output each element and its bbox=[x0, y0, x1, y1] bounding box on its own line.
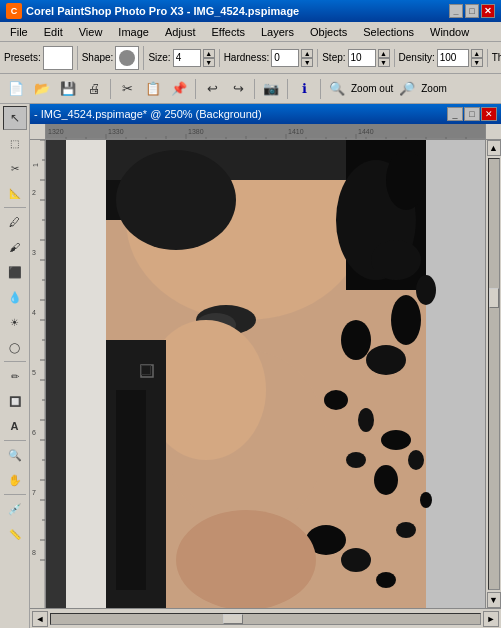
step-up[interactable]: ▲ bbox=[378, 49, 390, 58]
menu-effects[interactable]: Effects bbox=[204, 22, 253, 42]
menu-edit[interactable]: Edit bbox=[36, 22, 71, 42]
redo-button[interactable]: ↪ bbox=[226, 77, 250, 101]
tool-selection-rect[interactable]: ⬚ bbox=[3, 131, 27, 155]
img-close-button[interactable]: ✕ bbox=[481, 107, 497, 121]
tool-select[interactable]: ↖ bbox=[3, 106, 27, 130]
tool-straighten[interactable]: 📐 bbox=[3, 181, 27, 205]
svg-text:2: 2 bbox=[32, 189, 36, 196]
menu-selections[interactable]: Selections bbox=[355, 22, 422, 42]
size-group: Size: ▲ ▼ bbox=[148, 49, 219, 67]
menu-layers[interactable]: Layers bbox=[253, 22, 302, 42]
close-button[interactable]: ✕ bbox=[481, 4, 495, 18]
tool-crop[interactable]: ✂ bbox=[3, 156, 27, 180]
info-button[interactable]: ℹ bbox=[292, 77, 316, 101]
zoom-in-button[interactable]: 🔎 bbox=[395, 77, 419, 101]
step-down[interactable]: ▼ bbox=[378, 58, 390, 67]
menu-objects[interactable]: Objects bbox=[302, 22, 355, 42]
tool-clone[interactable]: 🖌 bbox=[3, 235, 27, 259]
tool-separator1 bbox=[4, 207, 26, 208]
img-maximize-button[interactable]: □ bbox=[464, 107, 480, 121]
title-bar-controls: _ □ ✕ bbox=[449, 4, 495, 18]
canvas-area: 1320 1330 1380 1410 1440 bbox=[30, 124, 501, 608]
menu-file[interactable]: File bbox=[2, 22, 36, 42]
new-button[interactable]: 📄 bbox=[4, 77, 28, 101]
thickness-label: Thickness: bbox=[492, 52, 501, 63]
hardness-spinner[interactable]: ▲ ▼ bbox=[301, 49, 313, 67]
shape-preview[interactable] bbox=[115, 46, 139, 70]
density-label: Density: bbox=[399, 52, 435, 63]
density-spinner[interactable]: ▲ ▼ bbox=[471, 49, 483, 67]
density-group: Density: ▲ ▼ bbox=[399, 49, 488, 67]
svg-text:1: 1 bbox=[32, 163, 39, 167]
svg-text:1410: 1410 bbox=[288, 128, 304, 135]
menu-view[interactable]: View bbox=[71, 22, 111, 42]
scroll-up-button[interactable]: ▲ bbox=[487, 140, 501, 156]
tool-color-picker[interactable]: 💉 bbox=[3, 497, 27, 521]
img-minimize-button[interactable]: _ bbox=[447, 107, 463, 121]
separator1 bbox=[110, 79, 111, 99]
tool-dodge[interactable]: ☀ bbox=[3, 310, 27, 334]
svg-text:3: 3 bbox=[32, 249, 36, 256]
density-down[interactable]: ▼ bbox=[471, 58, 483, 67]
copy-button[interactable]: 📋 bbox=[141, 77, 165, 101]
cut-button[interactable]: ✂ bbox=[115, 77, 139, 101]
hardness-down[interactable]: ▼ bbox=[301, 58, 313, 67]
ruler-corner bbox=[30, 124, 46, 140]
tool-paint[interactable]: 🖊 bbox=[3, 210, 27, 234]
menu-adjust[interactable]: Adjust bbox=[157, 22, 204, 42]
scroll-track-vertical[interactable] bbox=[488, 158, 500, 590]
menu-image[interactable]: Image bbox=[110, 22, 157, 42]
tool-shape[interactable]: 🔲 bbox=[3, 389, 27, 413]
density-up[interactable]: ▲ bbox=[471, 49, 483, 58]
tool-separator3 bbox=[4, 440, 26, 441]
scroll-right-button[interactable]: ► bbox=[483, 611, 499, 627]
svg-point-78 bbox=[358, 408, 374, 432]
tool-pan[interactable]: ✋ bbox=[3, 468, 27, 492]
tool-eraser[interactable]: ⬛ bbox=[3, 260, 27, 284]
svg-point-76 bbox=[416, 275, 436, 305]
zoom-out-button[interactable]: 🔍 bbox=[325, 77, 349, 101]
size-input[interactable] bbox=[173, 49, 201, 67]
hardness-up[interactable]: ▲ bbox=[301, 49, 313, 58]
separator5 bbox=[320, 79, 321, 99]
open-button[interactable]: 📂 bbox=[30, 77, 54, 101]
capture-button[interactable]: 📷 bbox=[259, 77, 283, 101]
tool-measure[interactable]: 📏 bbox=[3, 522, 27, 546]
save-button[interactable]: 💾 bbox=[56, 77, 80, 101]
tool-pen[interactable]: ✏ bbox=[3, 364, 27, 388]
maximize-button[interactable]: □ bbox=[465, 4, 479, 18]
size-down[interactable]: ▼ bbox=[203, 58, 215, 67]
step-spinner[interactable]: ▲ ▼ bbox=[378, 49, 390, 67]
scroll-track-horizontal[interactable] bbox=[50, 613, 481, 625]
scroll-left-button[interactable]: ◄ bbox=[32, 611, 48, 627]
step-group: Step: ▲ ▼ bbox=[322, 49, 394, 67]
step-input[interactable] bbox=[348, 49, 376, 67]
presets-swatch[interactable] bbox=[43, 46, 73, 70]
svg-point-73 bbox=[341, 320, 371, 360]
paste-button[interactable]: 📌 bbox=[167, 77, 191, 101]
image-title-bar: - IMG_4524.pspimage* @ 250% (Background)… bbox=[30, 104, 501, 124]
print-button[interactable]: 🖨 bbox=[82, 77, 106, 101]
scrollbar-horizontal: ◄ ► bbox=[30, 608, 501, 628]
face-image-svg bbox=[46, 140, 485, 608]
minimize-button[interactable]: _ bbox=[449, 4, 463, 18]
svg-rect-90 bbox=[116, 390, 146, 590]
scroll-thumb-vertical[interactable] bbox=[489, 288, 499, 308]
image-canvas[interactable] bbox=[46, 140, 485, 608]
tool-zoom[interactable]: 🔍 bbox=[3, 443, 27, 467]
hardness-input[interactable] bbox=[271, 49, 299, 67]
undo-button[interactable]: ↩ bbox=[200, 77, 224, 101]
separator2 bbox=[195, 79, 196, 99]
scroll-down-button[interactable]: ▼ bbox=[487, 592, 501, 608]
scroll-thumb-horizontal[interactable] bbox=[223, 614, 243, 624]
density-input[interactable] bbox=[437, 49, 469, 67]
tool-fill[interactable]: 💧 bbox=[3, 285, 27, 309]
size-spinner[interactable]: ▲ ▼ bbox=[203, 49, 215, 67]
tool-blur[interactable]: ◯ bbox=[3, 335, 27, 359]
image-title-controls: _ □ ✕ bbox=[447, 107, 497, 121]
size-up[interactable]: ▲ bbox=[203, 49, 215, 58]
svg-text:1320: 1320 bbox=[48, 128, 64, 135]
tool-text[interactable]: A bbox=[3, 414, 27, 438]
menu-bar: File Edit View Image Adjust Effects Laye… bbox=[0, 22, 501, 42]
menu-window[interactable]: Window bbox=[422, 22, 477, 42]
